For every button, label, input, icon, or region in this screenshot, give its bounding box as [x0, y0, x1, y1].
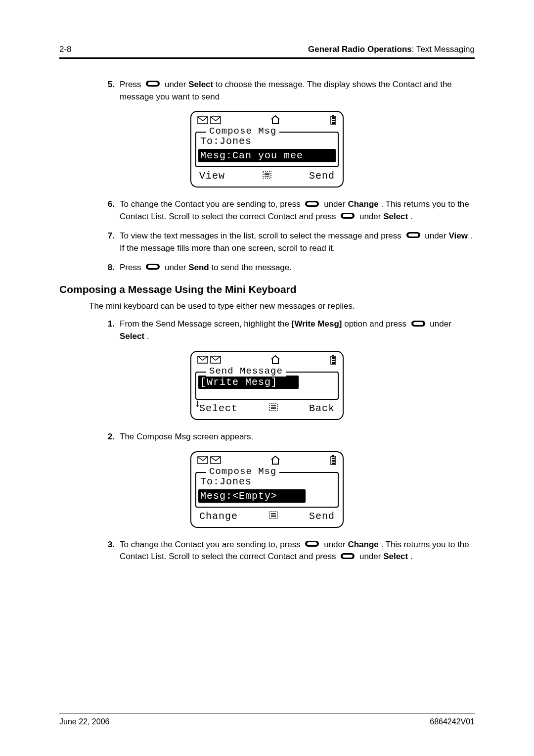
- step-body: To change the Contact you are sending to…: [120, 198, 475, 223]
- svg-rect-16: [343, 214, 353, 217]
- lcd-screen-compose-msg: Compose Msg To:Jones Mesg:Can you mee Vi…: [190, 111, 344, 188]
- header-divider: [59, 57, 475, 59]
- softkey-button-icon: [340, 211, 355, 223]
- softkey-button-icon: [305, 199, 319, 211]
- text: under: [324, 540, 348, 549]
- svg-rect-7: [332, 120, 335, 121]
- text: under: [359, 212, 383, 221]
- bold-label: View: [448, 231, 467, 240]
- softkey-button-icon: [145, 262, 160, 274]
- battery-icon: [330, 355, 337, 368]
- softkey-left: View: [199, 170, 225, 182]
- step-body: Press under Send to send the message.: [120, 262, 475, 274]
- text: Press: [120, 263, 143, 272]
- step-number: 5.: [99, 79, 120, 103]
- lcd-title: Compose Msg: [206, 126, 279, 137]
- text: to send the message.: [211, 263, 292, 272]
- bold-label: Select: [188, 80, 213, 89]
- text: under: [324, 199, 348, 209]
- lcd-line-write-mesg: [Write Mesg]: [198, 376, 299, 389]
- footer-divider: [59, 713, 475, 713]
- lcd-line-to: To:Jones: [198, 135, 336, 148]
- step-body: The Compose Msg screen appears.: [120, 431, 475, 443]
- softkey-button-icon: [406, 230, 421, 242]
- battery-icon: [330, 115, 337, 128]
- lcd-line-mesg: Mesg:Can you mee: [198, 149, 336, 162]
- step-number: 8.: [99, 262, 120, 274]
- softkey-button-icon: [411, 319, 426, 331]
- bold-label: Change: [348, 540, 378, 549]
- battery-icon: [330, 455, 337, 468]
- text: .: [410, 212, 413, 221]
- text: option and press: [344, 319, 408, 329]
- arrow-down-icon: ↓: [194, 399, 201, 410]
- svg-rect-18: [408, 234, 418, 236]
- text: under: [165, 263, 188, 272]
- softkey-left: Change: [199, 511, 238, 522]
- softkey-button-icon: [145, 79, 160, 91]
- text: under: [359, 552, 383, 561]
- text: From the Send Message screen, highlight …: [120, 319, 292, 329]
- header-title-group: General Radio Operations: Text Messaging: [308, 45, 475, 54]
- text: To change the Contact you are sending to…: [120, 540, 303, 549]
- step-body: To change the Contact you are sending to…: [120, 539, 475, 564]
- bold-label: [Write Mesg]: [292, 319, 342, 329]
- step-body: Press under Select to choose the message…: [120, 79, 475, 103]
- bold-label: Change: [348, 199, 378, 209]
- header-colon: :: [412, 45, 416, 54]
- svg-rect-46: [307, 542, 317, 545]
- bold-label: Select: [383, 552, 408, 561]
- bold-label: Send: [188, 263, 209, 272]
- text: Press: [120, 80, 143, 89]
- menu-icon: [269, 403, 278, 414]
- lcd-title: Send Message: [206, 366, 286, 377]
- svg-rect-8: [332, 122, 335, 124]
- lcd-line-mesg: Mesg:<Empty>: [198, 489, 306, 503]
- step-number: 1.: [99, 318, 120, 342]
- step-number: 6.: [99, 198, 120, 223]
- svg-rect-27: [332, 357, 335, 359]
- step-body: From the Send Message screen, highlight …: [120, 318, 475, 342]
- svg-rect-29: [332, 362, 335, 364]
- svg-rect-22: [413, 322, 423, 325]
- text: To change the Contact you are sending to…: [120, 199, 303, 209]
- svg-rect-38: [332, 458, 335, 459]
- text: To view the text messages in the list, s…: [120, 231, 404, 240]
- subsection-title: Text Messaging: [416, 45, 475, 54]
- page-number: 2-8: [59, 45, 72, 54]
- lcd-line-to: To:Jones: [198, 475, 336, 488]
- lcd-title: Compose Msg: [206, 466, 279, 477]
- heading-composing-message: Composing a Message Using the Mini Keybo…: [59, 284, 475, 295]
- svg-rect-14: [307, 202, 317, 205]
- lcd-screen-compose-empty: Compose Msg To:Jones Mesg:<Empty> Change…: [190, 451, 344, 528]
- step-body: To view the text messages in the list, s…: [120, 230, 475, 254]
- text: under: [165, 80, 188, 89]
- step-number: 2.: [99, 431, 120, 443]
- svg-rect-6: [332, 117, 335, 119]
- softkey-left: Select: [199, 403, 238, 414]
- text: under: [430, 319, 451, 329]
- intro-paragraph: The mini keyboard can be used to type ei…: [89, 301, 475, 311]
- svg-rect-48: [343, 555, 353, 558]
- softkey-button-icon: [305, 539, 319, 551]
- bold-label: Select: [120, 331, 144, 341]
- softkey-right: Send: [309, 511, 335, 522]
- text: .: [410, 552, 413, 561]
- softkey-right: Back: [309, 403, 335, 414]
- softkey-right: Send: [309, 170, 335, 182]
- menu-icon: [269, 511, 278, 522]
- svg-rect-40: [332, 463, 335, 464]
- bold-label: Select: [383, 212, 408, 221]
- svg-rect-20: [148, 265, 158, 268]
- menu-icon: [263, 170, 271, 182]
- step-number: 3.: [99, 539, 120, 564]
- section-title: General Radio Operations: [308, 45, 412, 54]
- svg-rect-1: [148, 82, 158, 85]
- softkey-button-icon: [340, 551, 355, 564]
- text: The Compose Msg screen appears.: [120, 432, 253, 441]
- step-number: 7.: [99, 230, 120, 254]
- svg-rect-28: [332, 360, 335, 361]
- footer-date: June 22, 2006: [59, 717, 109, 726]
- svg-rect-39: [332, 460, 335, 462]
- text: under: [425, 231, 448, 240]
